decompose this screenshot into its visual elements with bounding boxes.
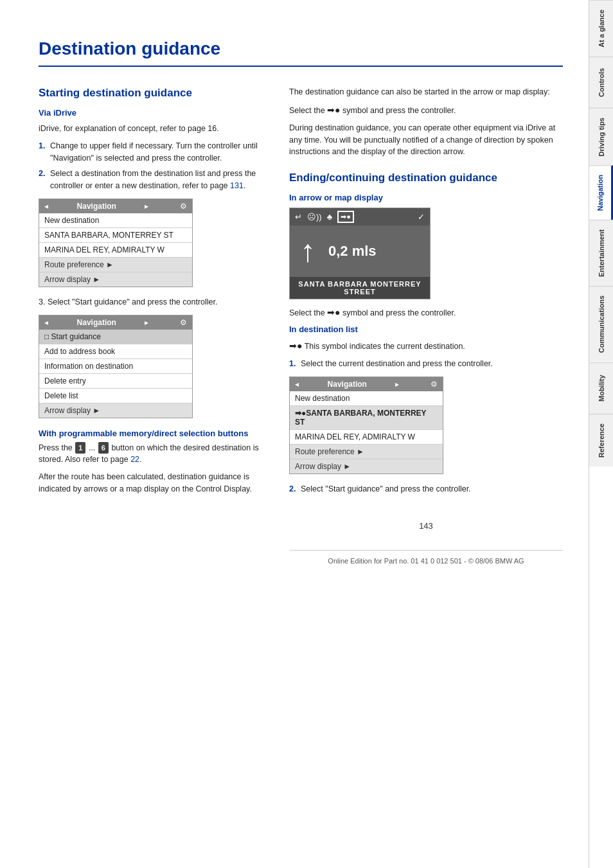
nav3-right-arrow: ▸: [395, 380, 399, 389]
tab-reference[interactable]: Reference: [589, 414, 613, 466]
dest-symbol-text: ➡● This symbol indicates the current des…: [289, 339, 563, 353]
nav-right-arrow: ▸: [145, 202, 148, 211]
nav-box-3: ◂ Navigation ▸ ⚙ New destination ➡●SANTA…: [289, 376, 443, 474]
nav2-item-arrow-display[interactable]: Arrow display ►: [39, 403, 192, 418]
nav3-item-marina[interactable]: MARINA DEL REY, ADMIRALTY W: [290, 430, 443, 445]
nav-symbol: ➡●: [337, 211, 354, 223]
dest-step-2: Select "Start guidance" and press the co…: [301, 483, 563, 495]
sound-icon: ☹)): [307, 212, 322, 222]
intro-text3: During destination guidance, you can ope…: [289, 122, 563, 158]
nav-item-marina[interactable]: MARINA DEL REY, ADMIRALTY W: [39, 243, 192, 258]
nav3-left-arrow: ◂: [295, 380, 299, 389]
dest-steps-list: Select the current destination and press…: [301, 358, 563, 370]
return-icon: ↵: [295, 212, 302, 222]
nav3-item-route-pref[interactable]: Route preference ►: [290, 445, 443, 459]
distance-display: 0,2 mls: [328, 243, 377, 260]
tab-at-a-glance[interactable]: At a glance: [589, 0, 613, 57]
nav-box-2-header: ◂ Navigation ▸ ⚙: [39, 315, 192, 330]
in-arrow-title: In arrow or map display: [289, 193, 563, 202]
with-prog-text1: Press the 1 ... 6 button on which the de…: [39, 442, 270, 466]
arrow-display-top: ↵ ☹)) ♣ ➡● ✓: [290, 208, 430, 226]
checkmark-icon: ✓: [418, 212, 425, 222]
footer-text: Online Edition for Part no. 01 41 0 012 …: [289, 550, 563, 565]
nav-box-1-header: ◂ Navigation ▸ ⚙: [39, 199, 192, 213]
nav3-item-santa-barbara[interactable]: ➡●SANTA BARBARA, MONTERREY ST: [290, 406, 443, 430]
nav2-item-add-address[interactable]: Add to address book: [39, 344, 192, 359]
nav-left-arrow: ◂: [44, 202, 48, 211]
intro-text2: Select the ➡● symbol and press the contr…: [289, 103, 563, 117]
nav3-gear: ⚙: [431, 380, 438, 389]
with-prog-text2: After the route has been calculated, des…: [39, 471, 270, 495]
nav-box-2-title: Navigation: [77, 318, 116, 327]
nav3-item-new-dest[interactable]: New destination: [290, 391, 443, 406]
step-2: Select a destination from the destinatio…: [50, 168, 270, 192]
right-column: The destination guidance can also be sta…: [289, 86, 563, 565]
tab-mobility[interactable]: Mobility: [589, 362, 613, 414]
arrow-display-body: ↑ 0,2 mls: [290, 226, 430, 277]
in-dest-list-title: In destination list: [289, 324, 563, 334]
ending-title: Ending/continuing destination guidance: [289, 171, 563, 185]
nav2-item-info-dest[interactable]: Information on destination: [39, 359, 192, 374]
tab-entertainment[interactable]: Entertainment: [589, 220, 613, 286]
tab-controls[interactable]: Controls: [589, 57, 613, 108]
nav2-item-delete-entry[interactable]: Delete entry: [39, 374, 192, 389]
nav3-item-arrow-display[interactable]: Arrow display ►: [290, 459, 443, 474]
nav-box-2: ◂ Navigation ▸ ⚙ □ Start guidance Add to…: [39, 315, 193, 418]
starting-destination-title: Starting destination guidance: [39, 86, 270, 100]
nav-item-route-pref[interactable]: Route preference ►: [39, 258, 192, 272]
page-22-link[interactable]: 22: [130, 455, 139, 464]
side-tabs: At a glance Controls Driving tips Naviga…: [589, 0, 613, 868]
intro-text1: The destination guidance can also be sta…: [289, 86, 563, 98]
direction-arrow: ↑: [300, 236, 315, 267]
tab-driving-tips[interactable]: Driving tips: [589, 108, 613, 166]
step-1: Change to upper field if necessary. Turn…: [50, 140, 270, 164]
via-idrive-text: iDrive, for explanation of concept, refe…: [39, 123, 270, 135]
street-name-display: SANTA BARBARA MONTERREY STREET: [290, 277, 430, 299]
nav-box-1-title: Navigation: [77, 202, 116, 211]
button-1: 1: [75, 442, 85, 454]
footer-area: 143 Online Edition for Part no. 01 41 0 …: [289, 521, 563, 565]
nav2-right-arrow: ▸: [145, 318, 148, 327]
arrow-display-box: ↵ ☹)) ♣ ➡● ✓ ↑ 0,2 mls SANTA BARBARA MON…: [289, 208, 431, 299]
nav-box-3-header: ◂ Navigation ▸ ⚙: [290, 377, 443, 391]
music-icon: ♣: [327, 212, 333, 222]
dest-step-1: Select the current destination and press…: [301, 358, 563, 370]
step-3-text: 3. Select "Start guidance" and press the…: [39, 296, 270, 308]
tab-navigation[interactable]: Navigation: [589, 165, 613, 220]
nav2-item-delete-list[interactable]: Delete list: [39, 389, 192, 403]
nav2-item-start-guidance[interactable]: □ Start guidance: [39, 330, 192, 344]
nav-gear: ⚙: [180, 202, 187, 211]
nav-box-1: ◂ Navigation ▸ ⚙ New destination SANTA B…: [39, 199, 193, 287]
page-title: Destination guidance: [39, 39, 563, 67]
via-idrive-title: Via iDrive: [39, 108, 270, 118]
arrow-select-text: Select the ➡● symbol and press the contr…: [289, 306, 563, 319]
left-column: Starting destination guidance Via iDrive…: [39, 86, 270, 565]
nav2-left-arrow: ◂: [44, 318, 48, 327]
nav-item-arrow-display[interactable]: Arrow display ►: [39, 272, 192, 287]
nav-item-new-dest[interactable]: New destination: [39, 213, 192, 228]
page-number: 143: [289, 521, 563, 531]
nav2-gear: ⚙: [180, 318, 187, 327]
dest-step-2-list: Select "Start guidance" and press the co…: [301, 483, 563, 495]
tab-communications[interactable]: Communications: [589, 286, 613, 362]
with-prog-title: With programmable memory/direct selectio…: [39, 429, 270, 438]
steps-list: Change to upper field if necessary. Turn…: [50, 140, 270, 192]
page-131-link[interactable]: 131: [230, 181, 244, 190]
nav-item-santa-barbara[interactable]: SANTA BARBARA, MONTERREY ST: [39, 228, 192, 243]
nav-box-3-title: Navigation: [328, 380, 367, 389]
button-6: 6: [98, 442, 109, 454]
